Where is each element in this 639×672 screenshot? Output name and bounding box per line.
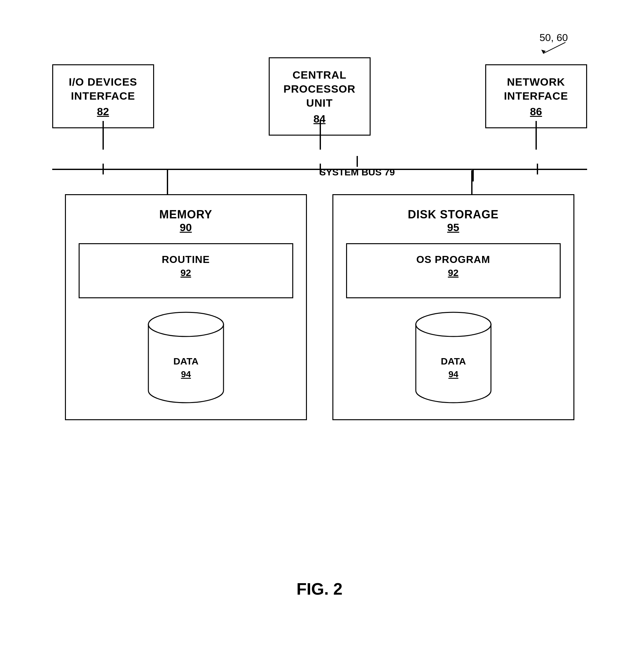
io-devices-ref: 82 bbox=[97, 105, 109, 118]
routine-box: ROUTINE 92 bbox=[79, 243, 293, 298]
network-label: NETWORKINTERFACE bbox=[504, 75, 568, 103]
memory-ref: 90 bbox=[180, 221, 192, 234]
svg-text:94: 94 bbox=[448, 369, 458, 379]
network-ref: 86 bbox=[530, 105, 542, 118]
disk-storage-box: DISK STORAGE 95 OS PROGRAM 92 DATA 94 bbox=[332, 194, 574, 420]
connector-mem bbox=[167, 170, 168, 196]
svg-point-5 bbox=[149, 312, 223, 337]
svg-text:DATA: DATA bbox=[441, 356, 466, 366]
svg-text:DATA: DATA bbox=[173, 356, 198, 366]
bus-tick-disk bbox=[472, 169, 474, 182]
memory-data-cylinder: DATA 94 bbox=[148, 311, 224, 403]
connector-cpu bbox=[320, 121, 321, 150]
os-program-ref: 92 bbox=[354, 267, 554, 278]
network-box: NETWORKINTERFACE 86 bbox=[485, 64, 587, 128]
reference-arrow bbox=[537, 41, 568, 57]
memory-box: MEMORY 90 ROUTINE 92 bbox=[65, 194, 307, 420]
bus-label-group: SYSTEM BUS 79 bbox=[316, 156, 398, 178]
connector-disk bbox=[471, 170, 472, 196]
cpu-label: CENTRALPROCESSORUNIT bbox=[283, 68, 355, 110]
os-program-box: OS PROGRAM 92 bbox=[346, 243, 561, 298]
routine-ref: 92 bbox=[86, 267, 286, 278]
bottom-row: MEMORY 90 ROUTINE 92 bbox=[33, 194, 606, 420]
disk-data-cylinder: DATA 94 bbox=[415, 311, 492, 403]
io-devices-box: I/O DEVICESINTERFACE 82 bbox=[52, 64, 154, 128]
connector-io bbox=[103, 121, 104, 150]
fig-label: FIG. 2 bbox=[296, 579, 342, 598]
bus-label-connector bbox=[357, 156, 358, 167]
cylinder-svg-memory: DATA 94 bbox=[148, 311, 224, 403]
disk-storage-label: DISK STORAGE bbox=[408, 208, 499, 221]
bus-label: SYSTEM BUS 79 bbox=[316, 167, 398, 178]
svg-point-11 bbox=[416, 312, 491, 337]
io-devices-label: I/O DEVICESINTERFACE bbox=[69, 75, 137, 103]
bus-section: SYSTEM BUS 79 bbox=[33, 150, 606, 188]
cylinder-svg-disk: DATA 94 bbox=[415, 311, 492, 403]
disk-storage-ref: 95 bbox=[447, 221, 459, 234]
os-program-label: OS PROGRAM bbox=[354, 254, 554, 265]
svg-line-0 bbox=[543, 42, 565, 53]
svg-text:94: 94 bbox=[181, 369, 191, 379]
connector-net bbox=[535, 121, 537, 150]
memory-label: MEMORY bbox=[159, 208, 212, 221]
routine-label: ROUTINE bbox=[86, 254, 286, 265]
diagram-container: 50, 60 I/O DEVICESINTERFACE 82 CENTRALPR… bbox=[33, 26, 606, 630]
